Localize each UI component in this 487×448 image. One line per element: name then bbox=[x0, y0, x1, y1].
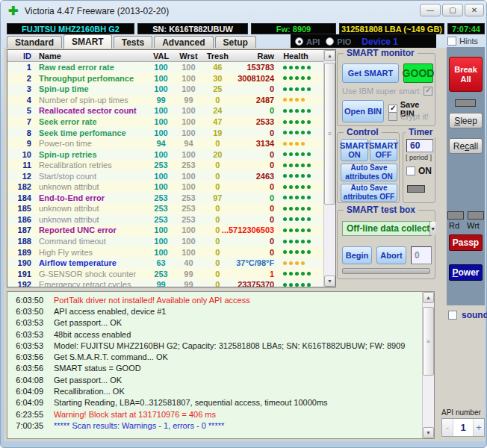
power-button[interactable]: Power bbox=[449, 264, 483, 281]
table-row[interactable]: 184 End-to-End error 253 253 97 0 bbox=[7, 193, 323, 204]
table-row[interactable]: 2 Throughput perfomance 100 100 30 30081… bbox=[7, 73, 323, 84]
table-row[interactable]: 3 Spin-up time 100 100 25 0 bbox=[7, 84, 323, 95]
health-dot bbox=[283, 185, 287, 189]
tab-tests[interactable]: Tests bbox=[114, 36, 152, 49]
sound-toggle[interactable]: sound bbox=[448, 310, 487, 320]
attribute-health-dots bbox=[274, 207, 323, 211]
api-radio[interactable] bbox=[295, 37, 303, 46]
log-scroll-up-icon[interactable]: ▲ bbox=[423, 292, 434, 303]
attribute-raw: 1 bbox=[232, 270, 274, 279]
table-row[interactable]: 187 Reported UNC error 100 100 0 5712306… bbox=[7, 225, 323, 236]
test-counter-input[interactable]: 0 bbox=[411, 246, 432, 264]
table-row[interactable]: 5 Reallocated sector count 100 100 24 0 bbox=[7, 105, 323, 116]
health-dot bbox=[301, 66, 305, 69]
table-row[interactable]: 186 unknown attribut 253 253 0 0 bbox=[7, 214, 323, 225]
health-dot bbox=[283, 240, 287, 243]
begin-button[interactable]: Begin bbox=[342, 246, 372, 264]
health-dot bbox=[295, 109, 299, 113]
attribute-name: Seek error rate bbox=[36, 117, 148, 126]
table-row[interactable]: 182 unknown attribut 100 100 0 0 bbox=[7, 181, 323, 193]
attribute-val: 253 bbox=[148, 161, 175, 169]
table-row[interactable]: 11 Recalibration retries 253 253 0 0 bbox=[7, 160, 323, 171]
tab-standard[interactable]: Standard bbox=[7, 36, 62, 49]
close-button[interactable]: ✕ bbox=[465, 4, 484, 16]
sound-checkbox[interactable] bbox=[448, 311, 457, 320]
table-row[interactable]: 10 Spin-up retries 100 100 20 0 bbox=[7, 149, 323, 160]
table-scrollbar[interactable]: ▲ ≡ ▼ bbox=[323, 50, 335, 287]
health-dot bbox=[307, 240, 311, 243]
health-dot bbox=[283, 283, 287, 287]
hints-checkbox[interactable] bbox=[447, 37, 456, 46]
test-select-dropdown[interactable]: Off-line data collect ▼ bbox=[342, 221, 432, 236]
health-dot bbox=[307, 131, 311, 134]
table-row[interactable]: 7 Seek error rate 100 100 47 2533 bbox=[7, 116, 323, 128]
drive-model: FUJITSU MHZ2160BH G2 bbox=[7, 23, 134, 34]
timer-on-checkbox[interactable] bbox=[406, 167, 415, 175]
attribute-val: 100 bbox=[148, 172, 175, 181]
crypt-checkbox[interactable] bbox=[388, 112, 397, 121]
break-all-button[interactable]: Break All bbox=[449, 57, 483, 92]
attribute-name: Raw read error rate bbox=[36, 63, 148, 72]
tab-advanced[interactable]: Advanced bbox=[154, 36, 213, 49]
log-time: 6:03:53 bbox=[7, 318, 43, 327]
smart-off-button[interactable]: SMART OFF bbox=[370, 139, 397, 161]
table-row[interactable]: 190 Airflow temperature 63 40 0 37°C/98°… bbox=[7, 258, 323, 269]
dropdown-arrow-icon[interactable]: ▼ bbox=[429, 222, 435, 235]
attribute-raw: 3134 bbox=[232, 139, 274, 148]
tab-setup[interactable]: Setup bbox=[215, 36, 256, 49]
sleep-button[interactable]: Sleep bbox=[449, 113, 483, 128]
use-ibm-checkbox[interactable] bbox=[424, 87, 432, 96]
table-row[interactable]: 191 G-SENSOR shock counter 253 99 0 1 bbox=[7, 268, 323, 279]
clock: 7:07:44 bbox=[447, 23, 485, 34]
api-number-decrement-button[interactable]: - bbox=[442, 419, 453, 436]
autosave-off-button[interactable]: Auto Save attributes OFF bbox=[341, 184, 397, 202]
smart-on-button[interactable]: SMART ON bbox=[341, 139, 368, 161]
timer-period-input[interactable]: 60 bbox=[406, 139, 433, 152]
table-row[interactable]: 192 Emergency retract cycles 99 99 0 233… bbox=[7, 279, 323, 287]
maximize-button[interactable]: ▢ bbox=[442, 4, 463, 16]
health-dot bbox=[301, 261, 305, 265]
table-row[interactable]: 8 Seek time perfomance 100 100 19 0 bbox=[7, 127, 323, 138]
abort-button[interactable]: Abort bbox=[376, 246, 406, 264]
health-dot bbox=[301, 152, 305, 156]
table-row[interactable]: 189 High Fly writes 100 100 0 0 bbox=[7, 246, 323, 258]
attribute-id: 4 bbox=[7, 96, 36, 105]
hints-label: Hints bbox=[459, 37, 478, 46]
table-scroll-thumb[interactable]: ≡ bbox=[324, 63, 335, 205]
log-scroll-thumb[interactable]: ≡ bbox=[423, 307, 434, 376]
title-bar[interactable]: ✚ Victoria 4.47 Freeware (2013-02-20) — … bbox=[1, 1, 487, 22]
get-smart-button[interactable]: Get SMART bbox=[342, 63, 399, 83]
health-dot bbox=[289, 250, 293, 254]
passp-button[interactable]: Passp bbox=[449, 234, 483, 251]
health-dot bbox=[283, 207, 287, 211]
health-dot bbox=[301, 131, 305, 134]
attribute-tresh: 25 bbox=[202, 84, 232, 93]
log-scrollbar[interactable]: ▲ ≡ ▼ bbox=[422, 292, 434, 438]
attribute-tresh: 0 bbox=[202, 182, 232, 191]
attribute-wrst: 253 bbox=[174, 204, 202, 213]
health-dot bbox=[307, 272, 311, 276]
log-scroll-down-icon[interactable]: ▼ bbox=[423, 427, 434, 438]
health-dot bbox=[283, 217, 287, 221]
table-row[interactable]: 4 Number of spin-up times 99 99 0 2487 bbox=[7, 95, 323, 106]
autosave-on-button[interactable]: Auto Save attributes ON bbox=[341, 164, 397, 181]
table-row[interactable]: 185 unknown attribut 253 253 0 0 bbox=[7, 203, 323, 214]
table-scroll-down-icon[interactable]: ▼ bbox=[324, 276, 335, 287]
table-scroll-up-icon[interactable]: ▲ bbox=[324, 50, 335, 61]
table-row[interactable]: 188 Command timeout 100 100 0 0 bbox=[7, 236, 323, 247]
pio-radio[interactable] bbox=[326, 37, 334, 46]
attribute-tresh: 0 bbox=[202, 280, 232, 287]
attribute-id: 189 bbox=[7, 248, 36, 257]
table-row[interactable]: 1 Raw read error rate 100 100 46 153783 bbox=[7, 62, 323, 73]
table-row[interactable]: 12 Start/stop count 100 100 0 2463 bbox=[7, 170, 323, 181]
hints-toggle[interactable]: Hints bbox=[447, 37, 478, 46]
minimize-button[interactable]: — bbox=[420, 4, 441, 16]
api-number-increment-button[interactable]: + bbox=[473, 419, 484, 436]
attribute-val: 100 bbox=[148, 74, 175, 83]
attribute-val: 100 bbox=[148, 63, 175, 72]
recall-button[interactable]: Recall bbox=[449, 138, 483, 154]
open-bin-button[interactable]: Open BIN bbox=[342, 100, 384, 122]
tab-smart[interactable]: SMART bbox=[63, 34, 112, 49]
table-row[interactable]: 9 Power-on time 94 94 0 3134 bbox=[7, 138, 323, 149]
use-ibm-row: Use IBM super smart: bbox=[342, 87, 432, 96]
